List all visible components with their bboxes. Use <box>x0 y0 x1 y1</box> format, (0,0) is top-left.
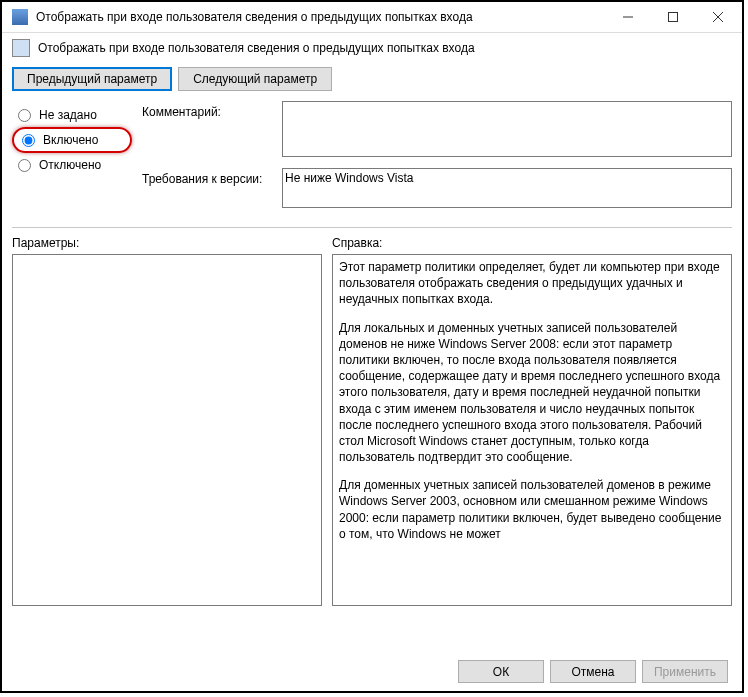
titlebar: Отображать при входе пользователя сведен… <box>2 2 742 33</box>
minimize-button[interactable] <box>605 3 650 31</box>
previous-setting-button[interactable]: Предыдущий параметр <box>12 67 172 91</box>
params-panel[interactable] <box>12 254 322 606</box>
comment-label: Комментарий: <box>142 101 282 119</box>
ok-button[interactable]: ОК <box>458 660 544 683</box>
cancel-button[interactable]: Отмена <box>550 660 636 683</box>
window-title: Отображать при входе пользователя сведен… <box>36 10 605 24</box>
radio-disabled-input[interactable] <box>18 159 31 172</box>
policy-description: Отображать при входе пользователя сведен… <box>38 41 475 55</box>
comment-textarea[interactable] <box>282 101 732 157</box>
divider <box>12 227 732 228</box>
app-icon <box>12 9 28 25</box>
requirements-textarea <box>282 168 732 208</box>
help-label: Справка: <box>332 236 732 250</box>
close-button[interactable] <box>695 3 740 31</box>
help-paragraph: Для локальных и доменных учетных записей… <box>339 320 725 466</box>
svg-rect-1 <box>668 13 677 22</box>
radio-not-configured[interactable]: Не задано <box>12 103 132 127</box>
policy-icon <box>12 39 30 57</box>
radio-enabled[interactable]: Включено <box>12 127 132 153</box>
maximize-button[interactable] <box>650 3 695 31</box>
requirements-label: Требования к версии: <box>142 168 282 186</box>
state-radio-group: Не задано Включено Отключено <box>12 101 132 219</box>
help-paragraph: Этот параметр политики определяет, будет… <box>339 259 725 308</box>
radio-not-configured-label: Не задано <box>39 108 97 122</box>
policy-editor-window: Отображать при входе пользователя сведен… <box>0 0 744 693</box>
radio-disabled-label: Отключено <box>39 158 101 172</box>
help-panel[interactable]: Этот параметр политики определяет, будет… <box>332 254 732 606</box>
help-paragraph: Для доменных учетных записей пользовател… <box>339 477 725 542</box>
policy-description-row: Отображать при входе пользователя сведен… <box>2 33 742 59</box>
apply-button[interactable]: Применить <box>642 660 728 683</box>
next-setting-button[interactable]: Следующий параметр <box>178 67 332 91</box>
radio-not-configured-input[interactable] <box>18 109 31 122</box>
radio-enabled-label: Включено <box>43 133 98 147</box>
radio-enabled-input[interactable] <box>22 134 35 147</box>
radio-disabled[interactable]: Отключено <box>12 153 132 177</box>
params-label: Параметры: <box>12 236 322 250</box>
